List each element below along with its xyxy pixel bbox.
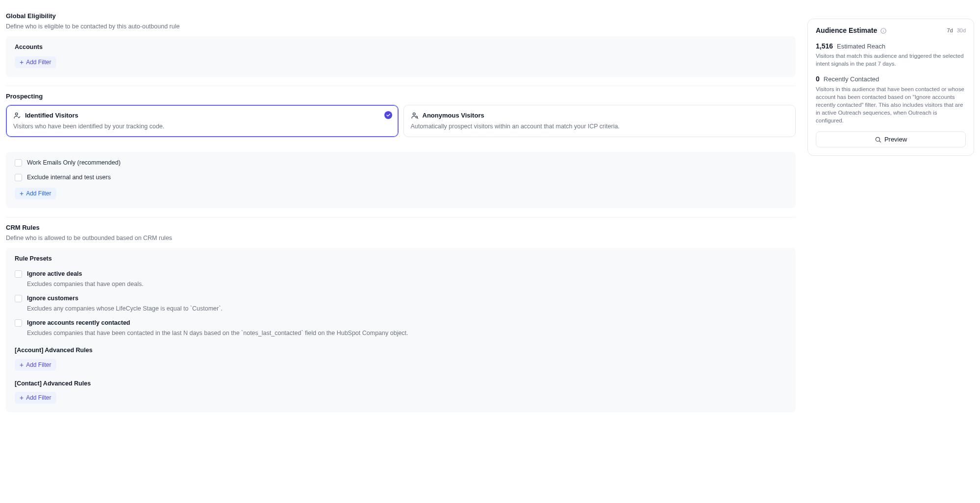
svg-point-1 [413, 113, 415, 116]
info-icon [880, 27, 887, 34]
section-title: Prospecting [6, 92, 796, 101]
checkbox-input[interactable] [15, 270, 22, 278]
checkbox-label: Ignore active deals [27, 270, 787, 279]
checkbox-desc: Excludes companies that have been contac… [27, 329, 787, 338]
card-identified-visitors[interactable]: Identified Visitors Visitors who have be… [6, 105, 399, 137]
recently-contacted-label: Recently Contacted [824, 75, 879, 84]
section-subtitle: Define who is allowed to be outbounded b… [6, 234, 796, 243]
checkbox-input[interactable] [15, 319, 22, 327]
add-filter-label: Add Filter [26, 394, 51, 401]
section-title: CRM Rules [6, 223, 796, 232]
section-prospecting: Prospecting Identified Visitors Visitors… [6, 86, 796, 217]
estimated-reach-desc: Visitors that match this audience and tr… [816, 52, 966, 68]
checkbox-input[interactable] [15, 159, 22, 167]
svg-line-7 [879, 141, 881, 143]
audience-estimate-card: Audience Estimate 7d 30d 1,516 Estimated… [807, 19, 974, 156]
checkbox-ignore-customers[interactable]: Ignore customers Excludes any companies … [15, 294, 787, 313]
estimated-reach-number: 1,516 [816, 42, 833, 51]
add-filter-button-account-rules[interactable]: + Add Filter [15, 359, 56, 371]
add-filter-button-accounts[interactable]: + Add Filter [15, 56, 56, 68]
search-icon [875, 136, 881, 143]
card-desc: Automatically prospect visitors within a… [411, 122, 789, 131]
checkbox-work-emails[interactable]: Work Emails Only (recommended) [15, 159, 787, 168]
add-filter-button-prospecting[interactable]: + Add Filter [15, 188, 56, 199]
checkbox-label: Ignore customers [27, 294, 787, 303]
add-filter-label: Add Filter [26, 59, 51, 66]
checkbox-ignore-recently-contacted[interactable]: Ignore accounts recently contacted Exclu… [15, 319, 787, 337]
range-toggle: 7d 30d [947, 27, 966, 34]
plus-icon: + [20, 190, 24, 197]
recently-contacted-desc: Visitors in this audience that have been… [816, 85, 966, 124]
person-check-icon [13, 112, 21, 120]
checkbox-label: Ignore accounts recently contacted [27, 319, 787, 328]
checkbox-label: Work Emails Only (recommended) [27, 159, 787, 168]
add-filter-button-contact-rules[interactable]: + Add Filter [15, 392, 56, 404]
range-7d[interactable]: 7d [947, 27, 953, 34]
checkbox-ignore-active-deals[interactable]: Ignore active deals Excludes companies t… [15, 270, 787, 288]
svg-point-5 [883, 29, 884, 30]
contact-advanced-rules-label: [Contact] Advanced Rules [15, 380, 787, 388]
card-anonymous-visitors[interactable]: Anonymous Visitors Automatically prospec… [403, 105, 796, 137]
preview-button[interactable]: Preview [816, 131, 966, 147]
audience-estimate-title: Audience Estimate [816, 26, 877, 36]
range-30d[interactable]: 30d [957, 27, 966, 34]
plus-icon: + [20, 394, 24, 401]
section-global-eligibility: Global Eligibility Define who is eligibl… [6, 6, 796, 86]
person-search-icon [411, 112, 419, 120]
checkbox-input[interactable] [15, 295, 22, 302]
section-subtitle: Define who is eligible to be contacted b… [6, 23, 796, 31]
accounts-panel: Accounts + Add Filter [6, 36, 796, 77]
card-title: Anonymous Visitors [423, 111, 484, 120]
account-advanced-rules-label: [Account] Advanced Rules [15, 346, 787, 355]
plus-icon: + [20, 361, 24, 368]
checkbox-desc: Excludes companies that have open deals. [27, 280, 787, 289]
card-title: Identified Visitors [25, 111, 78, 120]
checkbox-input[interactable] [15, 174, 22, 181]
card-desc: Visitors who have been identified by you… [13, 122, 391, 131]
estimated-reach-label: Estimated Reach [837, 42, 885, 51]
section-crm-rules: CRM Rules Define who is allowed to be ou… [6, 217, 796, 421]
add-filter-label: Add Filter [26, 190, 51, 197]
checkbox-exclude-internal[interactable]: Exclude internal and test users [15, 173, 787, 182]
add-filter-label: Add Filter [26, 361, 51, 368]
recently-contacted-number: 0 [816, 74, 820, 84]
selected-check-icon [384, 111, 392, 119]
rule-presets-label: Rule Presets [15, 255, 787, 263]
accounts-label: Accounts [15, 43, 787, 52]
preview-label: Preview [884, 136, 907, 143]
checkbox-label: Exclude internal and test users [27, 173, 787, 182]
plus-icon: + [20, 59, 24, 66]
section-title: Global Eligibility [6, 12, 796, 21]
checkbox-desc: Excludes any companies whose LifeCycle S… [27, 305, 787, 313]
crm-panel: Rule Presets Ignore active deals Exclude… [6, 248, 796, 413]
svg-point-0 [15, 113, 18, 116]
prospecting-options-panel: Work Emails Only (recommended) Exclude i… [6, 152, 796, 208]
